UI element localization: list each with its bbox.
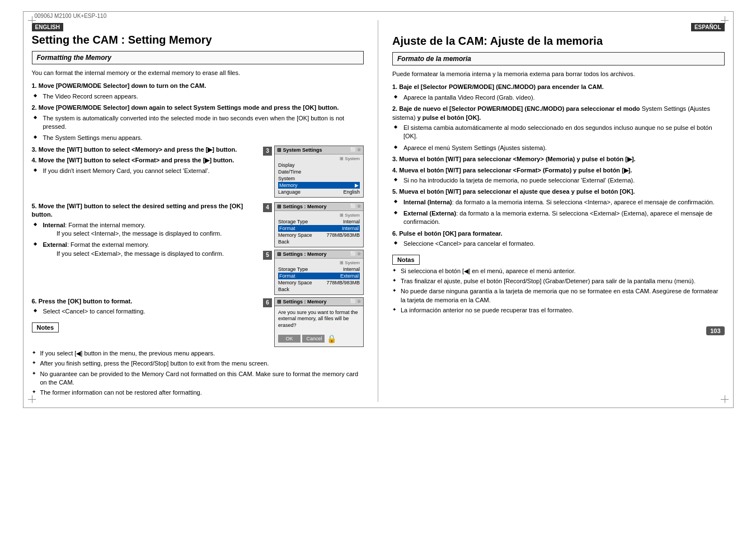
screen-step-label-4: 4 xyxy=(263,203,272,212)
screen-mockup-6: ⊞ Settings : Memory ⬜ ☆ Are you sure you… xyxy=(274,297,364,347)
extra-notes-english: If you select [◀] button in the menu, th… xyxy=(32,349,364,397)
screen-step-label-5: 5 xyxy=(263,251,272,260)
step-5-espanol: 5. Mueva el botón [W/T] para seleccionar… xyxy=(392,188,725,227)
lang-badge-espanol: ESPAÑOL xyxy=(691,23,725,31)
dialog-text-english: Are you sure you want to format the exte… xyxy=(278,310,360,329)
step-4-english: 4. Move the [W/T] button to select <Form… xyxy=(32,156,259,175)
col-english: ENGLISH Setting the CAM : Setting Memory… xyxy=(29,20,367,402)
step-3-english: 3. Move the [W/T] button to select <Memo… xyxy=(32,146,259,154)
esp-step-2-bullet-1: El sistema cambia automáticamente al mod… xyxy=(401,124,725,141)
esp-note-4: La información anterior no se puede recu… xyxy=(392,306,725,315)
screen-mockup-5: ⊞ Settings : Memory ⬜ ☆ ⊞ System Storage… xyxy=(274,250,364,295)
step-2-bullet-1: The system is automatically converted in… xyxy=(40,114,364,132)
step-4-espanol: 4. Mueva el botón [W/T] para seleccionar… xyxy=(392,166,725,185)
screen-mockup-3: ⊞ System Settings ⬜ ☆ ⊞ System Display D… xyxy=(274,146,364,198)
intro-text-espanol: Puede formatear la memoria interna y la … xyxy=(392,70,725,78)
step-4-bullet-1: If you didn't insert Memory Card, you ca… xyxy=(40,167,259,175)
dialog-box-english: Are you sure you want to format the exte… xyxy=(274,306,364,347)
page-id: 00906J M2100 UK+ESP-110 xyxy=(35,13,107,19)
step-6-espanol: 6. Pulse el botón [OK] para formatear. S… xyxy=(392,229,725,249)
note-1-english: If you select [◀] button in the menu, th… xyxy=(32,349,364,358)
step-5-bullet-2: External: Format the external memory. If… xyxy=(40,241,259,258)
note-3-english: No guarantee can be provided to the Memo… xyxy=(32,370,364,387)
subsection-box-english: Formatting the Memory xyxy=(32,51,364,64)
step-2-bullet-2: The System Settings menu appears. xyxy=(40,134,364,142)
esp-step-6-bullet-1: Seleccione <Cancel> para cancelar el for… xyxy=(401,240,725,248)
step-1-text: Move [POWER/MODE Selector] down to turn … xyxy=(39,82,206,89)
step-1-english: 1. Move [POWER/MODE Selector] down to tu… xyxy=(32,82,364,101)
extra-notes-espanol: Si selecciona el botón [◀] en el menú, a… xyxy=(392,267,725,315)
step-1-espanol: 1. Baje el [Selector POWER/MODE] (ENC./M… xyxy=(392,83,725,102)
section-title-english: Setting the CAM : Setting Memory xyxy=(32,34,364,46)
step-2-espanol: 2. Baje de nuevo el [Selector POWER/MODE… xyxy=(392,105,725,152)
col-divider xyxy=(378,20,378,402)
two-column-layout: ENGLISH Setting the CAM : Setting Memory… xyxy=(29,20,727,402)
step-5-english: 5. Move the [W/T] button to select the d… xyxy=(32,202,259,258)
crosshair-br xyxy=(721,395,729,403)
esp-step-5-bullet-2: External (Externa): da formato a la memo… xyxy=(401,209,725,227)
lock-icon: 🔒 xyxy=(327,334,336,343)
screen-step-label-6: 6 xyxy=(263,298,272,307)
screen-step-label-3: 3 xyxy=(263,147,272,156)
step-6-bullet-1: Select <Cancel> to cancel formatting. xyxy=(40,307,259,316)
step-1-num: 1. xyxy=(32,82,37,89)
section-title-espanol: Ajuste de la CAM: Ajuste de la memoria xyxy=(392,35,725,48)
notes-box-espanol: Notas xyxy=(392,255,420,265)
crosshair-tr xyxy=(721,16,729,24)
note-2-english: After you finish setting, press the [Rec… xyxy=(32,359,364,368)
esp-step-5-bullet-1: Internal (Interna): da formato a la memo… xyxy=(401,198,725,207)
subsection-box-espanol: Formato de la memoria xyxy=(392,52,725,65)
screen-mockup-4: ⊞ Settings : Memory ⬜ ☆ ⊞ System Storage… xyxy=(274,202,364,247)
page-number-badge: 103 xyxy=(706,326,724,335)
esp-note-2: Tras finalizar el ajuste, pulse el botón… xyxy=(392,277,725,285)
step-2-english: 2. Move [POWER/MODE Selector] down again… xyxy=(32,104,364,143)
note-4-english: The former information can not be restor… xyxy=(32,388,364,397)
dialog-ok-btn[interactable]: OK xyxy=(278,335,300,343)
step-5-bullet-1: Internal: Format the internal memory. If… xyxy=(40,221,259,238)
subsection-title-espanol: Formato de la memoria xyxy=(397,55,471,63)
intro-text-english: You can format the internal memory or th… xyxy=(32,69,364,77)
esp-step-2-bullet-2: Aparece el menú System Settings (Ajustes… xyxy=(401,144,725,152)
esp-note-1: Si selecciona el botón [◀] en el menú, a… xyxy=(392,267,725,275)
step-1-bullet-1: The Video Record screen appears. xyxy=(40,92,364,101)
step-3-espanol: 3. Mueva el botón [W/T] para seleccionar… xyxy=(392,155,725,163)
steps-espanol: 1. Baje el [Selector POWER/MODE] (ENC./M… xyxy=(392,83,725,266)
col-espanol: ESPAÑOL Ajuste de la CAM: Ajuste de la m… xyxy=(389,20,727,402)
notes-box-english: Notes xyxy=(32,322,59,332)
esp-note-3: No puede darse ninguna garantía a la tar… xyxy=(392,287,725,305)
dialog-cancel-btn[interactable]: Cancel xyxy=(302,335,325,343)
esp-step-1-bullet-1: Aparece la pantalla Video Record (Grab. … xyxy=(401,93,725,102)
page-container: 00906J M2100 UK+ESP-110 ENGLISH Setting … xyxy=(23,11,734,408)
esp-step-4-bullet-1: Si no ha introducido la tarjeta de memor… xyxy=(401,176,725,185)
step-6-english: 6. Press the [OK] button to format. Sele… xyxy=(32,297,259,316)
subsection-title-english: Formatting the Memory xyxy=(37,54,111,62)
steps-english: 1. Move [POWER/MODE Selector] down to tu… xyxy=(32,82,364,346)
lang-badge-english: ENGLISH xyxy=(32,23,63,31)
